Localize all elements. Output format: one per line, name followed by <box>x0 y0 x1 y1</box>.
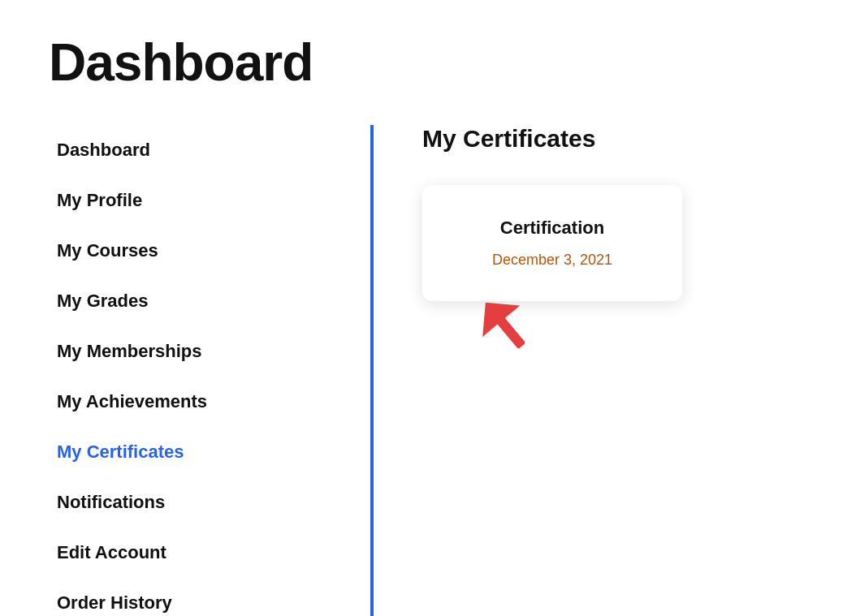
sidebar-item-my-courses[interactable]: My Courses <box>49 226 374 276</box>
sidebar-item-notifications[interactable]: Notifications <box>49 477 374 528</box>
sidebar-item-my-grades[interactable]: My Grades <box>49 276 374 326</box>
sidebar-item-dashboard[interactable]: Dashboard <box>49 125 374 175</box>
main-content: My Certificates Certification December 3… <box>374 125 807 616</box>
arrow-icon <box>471 293 552 374</box>
sidebar-item-order-history[interactable]: Order History <box>49 578 374 616</box>
sidebar-item-my-profile[interactable]: My Profile <box>49 175 374 226</box>
sidebar: DashboardMy ProfileMy CoursesMy GradesMy… <box>49 125 374 616</box>
page-wrapper: Dashboard DashboardMy ProfileMy CoursesM… <box>0 0 856 616</box>
page-title: Dashboard <box>49 32 807 93</box>
content-layout: DashboardMy ProfileMy CoursesMy GradesMy… <box>49 125 807 616</box>
section-title: My Certificates <box>422 125 759 153</box>
arrow-container <box>471 293 552 374</box>
certificate-card[interactable]: Certification December 3, 2021 <box>422 185 682 301</box>
sidebar-item-my-memberships[interactable]: My Memberships <box>49 326 374 377</box>
sidebar-item-my-certificates[interactable]: My Certificates <box>49 427 374 477</box>
sidebar-item-my-achievements[interactable]: My Achievements <box>49 377 374 427</box>
cert-title: Certification <box>463 218 642 239</box>
sidebar-item-edit-account[interactable]: Edit Account <box>49 528 374 578</box>
cert-date: December 3, 2021 <box>463 252 642 269</box>
